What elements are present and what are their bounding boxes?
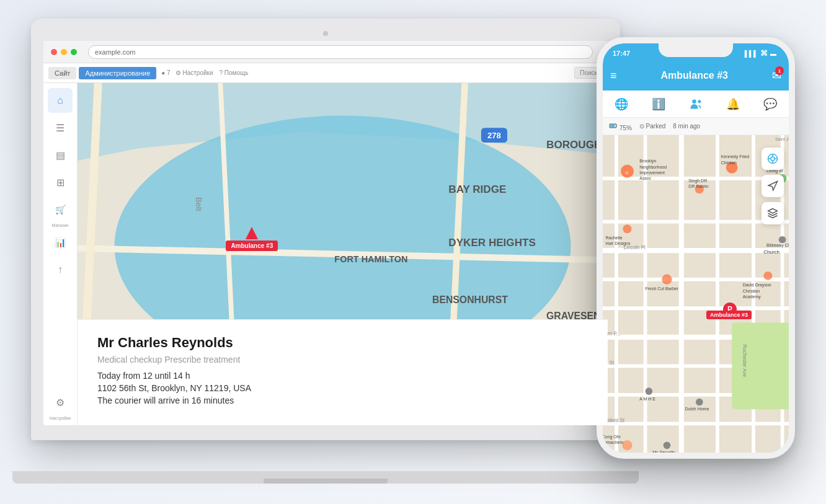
svg-point-66 bbox=[662, 275, 672, 285]
svg-text:⊙: ⊙ bbox=[625, 170, 629, 175]
sidebar-item-chart[interactable]: 📊 bbox=[48, 230, 73, 255]
svg-text:Christian: Christian bbox=[743, 289, 760, 293]
svg-rect-29 bbox=[610, 125, 615, 127]
laptop: example.com Сайт Администрирование ● 7 ⚙… bbox=[31, 19, 633, 484]
svg-text:Dutch Home: Dutch Home bbox=[685, 407, 709, 412]
browser-minimize-dot[interactable] bbox=[61, 49, 67, 55]
sidebar-item-upload[interactable]: ↑ bbox=[48, 257, 73, 282]
sidebar-item-settings[interactable]: ⚙ Настройки bbox=[48, 390, 73, 420]
phone-notch bbox=[659, 43, 733, 57]
svg-text:Belt: Belt bbox=[194, 197, 203, 211]
svg-text:278: 278 bbox=[487, 131, 501, 140]
sidebar-label-store: Магазин bbox=[51, 223, 68, 228]
laptop-camera bbox=[323, 31, 328, 36]
battery-icon: ▬ bbox=[770, 50, 776, 57]
navigate-map-button[interactable] bbox=[762, 175, 784, 197]
browser-maximize-dot[interactable] bbox=[71, 49, 77, 55]
svg-text:Bibleway Church: Bibleway Church bbox=[766, 243, 789, 248]
svg-point-71 bbox=[763, 272, 772, 280]
ambulance-marker: Ambulance #3 bbox=[226, 227, 278, 251]
browser-close-dot[interactable] bbox=[51, 49, 57, 55]
battery-status: 75% bbox=[609, 122, 632, 131]
svg-text:Hair Designs: Hair Designs bbox=[606, 241, 631, 246]
popup-title: Mr Charles Reynolds bbox=[97, 335, 588, 351]
popup-subtitle: Medical checkup Prescribe treatment bbox=[97, 355, 588, 365]
phone-bottom-bar bbox=[603, 453, 789, 459]
list-icon: ☰ bbox=[48, 115, 73, 140]
chart-icon: 📊 bbox=[48, 230, 73, 255]
nav-badge: ● 7 bbox=[159, 69, 172, 76]
svg-text:BAY RIDGE: BAY RIDGE bbox=[448, 183, 506, 195]
wifi-icon: ⌘ bbox=[760, 49, 768, 58]
home-indicator[interactable] bbox=[671, 458, 721, 459]
svg-text:Saint John: Saint John bbox=[775, 137, 789, 141]
phone-time: 17:47 bbox=[613, 50, 630, 57]
nav-tab-site[interactable]: Сайт bbox=[48, 67, 76, 79]
svg-text:Mc Security: Mc Security bbox=[652, 450, 675, 453]
svg-point-75 bbox=[779, 236, 786, 244]
svg-point-77 bbox=[696, 399, 703, 406]
sidebar: ⌂ ☰ ▤ ⊞ 🛒 Магазин bbox=[43, 83, 78, 425]
svg-text:BENSONHURST: BENSONHURST bbox=[432, 294, 508, 305]
phone: 17:47 ▌▌▌ ⌘ ▬ ≡ Ambulance #3 ✉ 1 🌐 ℹ️ 🔔 bbox=[597, 37, 795, 459]
phone-status-strip: 75% ⊙ Parked 8 min ago bbox=[603, 118, 789, 135]
phone-nav-people[interactable] bbox=[683, 92, 708, 117]
svg-text:Kennedy Fried: Kennedy Fried bbox=[721, 154, 749, 159]
sidebar-item-store[interactable]: 🛒 Магазин bbox=[48, 197, 73, 228]
svg-text:FORT HAMILTON: FORT HAMILTON bbox=[334, 254, 407, 264]
browser-address-bar[interactable]: example.com bbox=[88, 45, 593, 59]
svg-text:Menachem: Menachem bbox=[603, 440, 623, 444]
browser-url: example.com bbox=[95, 48, 135, 56]
svg-text:Rochester Ave: Rochester Ave bbox=[742, 344, 747, 377]
church-label: Church bbox=[763, 249, 779, 255]
laptop-base bbox=[12, 471, 639, 484]
svg-text:DR Rahim: DR Rahim bbox=[688, 184, 708, 188]
phone-nav-info[interactable]: ℹ️ bbox=[646, 92, 671, 117]
phone-ambulance-label: Ambulance #3 bbox=[706, 311, 752, 319]
phone-nav-bell[interactable]: 🔔 bbox=[721, 92, 745, 117]
app-layout: ⌂ ☰ ▤ ⊞ 🛒 Магазин bbox=[43, 83, 608, 425]
phone-menu-button[interactable]: ≡ bbox=[610, 69, 617, 82]
sidebar-item-list[interactable]: ☰ bbox=[48, 115, 73, 140]
svg-text:Assoc: Assoc bbox=[639, 176, 651, 180]
phone-message-button[interactable]: ✉ 1 bbox=[772, 69, 781, 82]
map-area: Belt Pkwy Belt BOROUGH PARK BAY RIDGE DY… bbox=[78, 83, 608, 425]
nav-help[interactable]: ? Помощь bbox=[219, 69, 248, 76]
svg-text:A M H E: A M H E bbox=[639, 397, 655, 401]
phone-map-svg: Lincoln Pl Eastern P... Union St Lott...… bbox=[603, 135, 789, 453]
app-nav: Сайт Администрирование ● 7 ⚙ Настройки ?… bbox=[43, 63, 608, 83]
phone-nav-globe[interactable]: 🌐 bbox=[609, 92, 634, 117]
svg-marker-99 bbox=[768, 209, 778, 214]
phone-map-area: Lincoln Pl Eastern P... Union St Lott...… bbox=[603, 135, 789, 453]
popup-time: Today from 12 until 14 h bbox=[97, 371, 588, 381]
svg-rect-46 bbox=[732, 323, 789, 410]
scene: example.com Сайт Администрирование ● 7 ⚙… bbox=[0, 0, 826, 504]
phone-nav-chat[interactable]: 💬 bbox=[758, 92, 783, 117]
laptop-body: example.com Сайт Администрирование ● 7 ⚙… bbox=[31, 19, 620, 440]
popup-address: 1102 56th St, Brooklyn, NY 11219, USA bbox=[97, 383, 588, 393]
layers-map-button[interactable] bbox=[762, 202, 784, 224]
store-icon: 🛒 bbox=[48, 197, 73, 222]
svg-text:Chicken: Chicken bbox=[721, 161, 737, 165]
popup-arrival: The courier will arrive in 16 minutes bbox=[97, 396, 588, 405]
grid-icon: ⊞ bbox=[48, 170, 73, 195]
sidebar-item-grid[interactable]: ⊞ bbox=[48, 170, 73, 195]
nav-tab-admin[interactable]: Администрирование bbox=[79, 67, 156, 79]
svg-point-63 bbox=[623, 224, 631, 233]
map-popup: Mr Charles Reynolds Medical checkup Pres… bbox=[78, 319, 608, 425]
svg-text:Rachelle: Rachelle bbox=[606, 236, 623, 240]
network-map-button[interactable] bbox=[762, 148, 784, 170]
svg-text:Fresh Cut Barber: Fresh Cut Barber bbox=[646, 286, 679, 291]
svg-text:Lincoln Pl: Lincoln Pl bbox=[624, 245, 646, 250]
svg-text:Singh DR: Singh DR bbox=[688, 179, 707, 183]
nav-settings[interactable]: ⚙ Настройки bbox=[175, 69, 213, 76]
svg-point-83 bbox=[622, 440, 632, 450]
svg-point-79 bbox=[646, 387, 653, 395]
sidebar-item-home[interactable]: ⌂ bbox=[48, 88, 73, 113]
svg-text:David Grayson: David Grayson bbox=[743, 283, 771, 288]
browser-chrome: example.com bbox=[43, 41, 608, 63]
laptop-screen: example.com Сайт Администрирование ● 7 ⚙… bbox=[43, 41, 608, 425]
svg-text:DYKER HEIGHTS: DYKER HEIGHTS bbox=[448, 237, 535, 249]
svg-text:Academy: Academy bbox=[743, 294, 762, 299]
sidebar-item-page[interactable]: ▤ bbox=[48, 143, 73, 167]
